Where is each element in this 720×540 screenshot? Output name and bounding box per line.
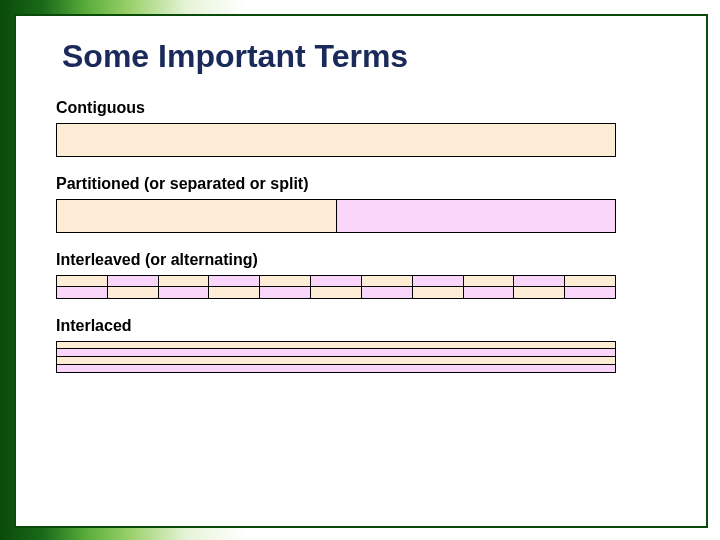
diagram-cell xyxy=(310,276,361,286)
diagram-interlaced-row xyxy=(56,349,616,357)
diagram-cell xyxy=(412,276,463,286)
diagram-cell xyxy=(57,287,107,298)
diagram-cell xyxy=(564,287,615,298)
term-label-partitioned: Partitioned (or separated or split) xyxy=(56,175,666,193)
diagram-cell xyxy=(57,276,107,286)
diagram-partitioned xyxy=(56,199,616,233)
diagram-interleaved xyxy=(56,275,616,299)
diagram-interlaced-row xyxy=(56,357,616,365)
diagram-cell xyxy=(259,276,310,286)
diagram-interlaced xyxy=(56,341,616,373)
diagram-cell xyxy=(208,287,259,298)
diagram-partitioned-right xyxy=(337,200,616,232)
diagram-cell xyxy=(412,287,463,298)
diagram-cell xyxy=(361,276,412,286)
diagram-cell xyxy=(158,287,209,298)
term-label-contiguous: Contiguous xyxy=(56,99,666,117)
diagram-interlaced-row xyxy=(56,341,616,349)
diagram-partitioned-left xyxy=(57,200,337,232)
diagram-interleaved-row xyxy=(56,275,616,287)
diagram-interleaved-row xyxy=(56,287,616,299)
diagram-cell xyxy=(259,287,310,298)
diagram-cell xyxy=(208,276,259,286)
diagram-interlaced-row xyxy=(56,365,616,373)
diagram-cell xyxy=(107,287,158,298)
diagram-cell xyxy=(513,287,564,298)
diagram-cell xyxy=(361,287,412,298)
term-label-interlaced: Interlaced xyxy=(56,317,666,335)
diagram-cell xyxy=(463,287,514,298)
diagram-cell xyxy=(107,276,158,286)
diagram-cell xyxy=(513,276,564,286)
diagram-cell xyxy=(463,276,514,286)
diagram-cell xyxy=(158,276,209,286)
diagram-cell xyxy=(564,276,615,286)
diagram-contiguous xyxy=(56,123,616,157)
term-label-interleaved: Interleaved (or alternating) xyxy=(56,251,666,269)
diagram-cell xyxy=(310,287,361,298)
slide-content-frame: Some Important Terms Contiguous Partitio… xyxy=(14,14,708,528)
slide-title: Some Important Terms xyxy=(56,38,666,75)
slide-background: Some Important Terms Contiguous Partitio… xyxy=(0,0,720,540)
